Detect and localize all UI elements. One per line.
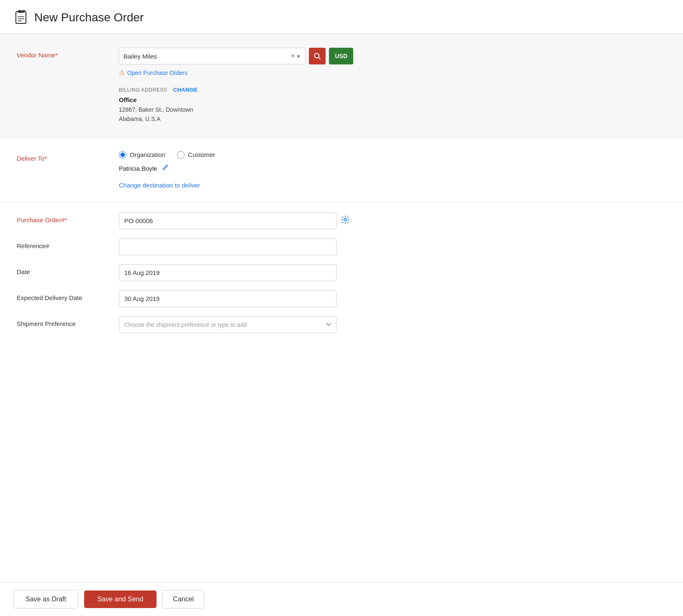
billing-address-line1: 12867, Baker St., Downtown <box>119 105 353 114</box>
open-po-text: Open Purchase Orders <box>127 69 187 76</box>
vendor-clear-button[interactable]: × <box>289 51 296 61</box>
page-title: New Purchase Order <box>34 11 144 24</box>
organization-radio-option[interactable]: Organization <box>119 151 165 159</box>
search-icon <box>313 52 321 60</box>
save-and-send-button[interactable]: Save and Send <box>84 590 157 608</box>
organization-radio[interactable] <box>119 151 126 159</box>
bottom-action-bar: Save as Draft Save and Send Cancel <box>0 582 683 616</box>
vendor-search-button[interactable] <box>309 48 326 64</box>
date-label: Date <box>17 264 109 275</box>
po-number-label: Purchase Order#* <box>17 213 109 223</box>
purchase-order-icon <box>13 10 28 25</box>
vendor-name-input[interactable] <box>123 53 289 60</box>
customer-radio[interactable] <box>177 151 185 159</box>
open-purchase-orders-link[interactable]: ⚠ Open Purchase Orders <box>119 69 353 77</box>
change-destination-link[interactable]: Change destination to deliver <box>119 182 200 189</box>
save-as-draft-button[interactable]: Save as Draft <box>13 590 78 608</box>
shipment-preference-select[interactable]: Choose the shipment preference or type t… <box>119 316 336 333</box>
svg-rect-0 <box>16 12 26 23</box>
reference-input[interactable] <box>119 239 336 255</box>
change-billing-address-link[interactable]: CHANGE <box>173 87 198 93</box>
expected-delivery-label: Expected Delivery Date <box>17 290 109 301</box>
po-number-input[interactable] <box>119 213 336 229</box>
person-name: Patricia Boyle <box>119 165 157 172</box>
edit-person-icon[interactable] <box>162 164 169 173</box>
shipment-preference-label: Shipment Preference <box>17 316 109 327</box>
customer-label: Customer <box>188 151 215 158</box>
vendor-name-label: Vendor Name* <box>17 48 109 59</box>
cancel-button[interactable]: Cancel <box>162 590 204 608</box>
po-settings-icon[interactable] <box>341 215 350 226</box>
expected-delivery-input[interactable] <box>119 290 336 307</box>
billing-name: Office <box>119 96 353 103</box>
vendor-chevron-icon: ▾ <box>296 52 301 60</box>
currency-button[interactable]: USD <box>329 48 353 64</box>
warning-icon: ⚠ <box>119 69 125 77</box>
billing-address-label: BILLING ADDRESS <box>119 87 167 93</box>
billing-address-line2: Alabama, U.S.A <box>119 114 353 123</box>
customer-radio-option[interactable]: Customer <box>177 151 215 159</box>
svg-point-3 <box>344 218 347 221</box>
organization-label: Organization <box>130 151 165 158</box>
reference-label: Reference# <box>17 239 109 249</box>
date-input[interactable] <box>119 264 336 281</box>
deliver-to-label: Deliver To* <box>17 151 109 162</box>
